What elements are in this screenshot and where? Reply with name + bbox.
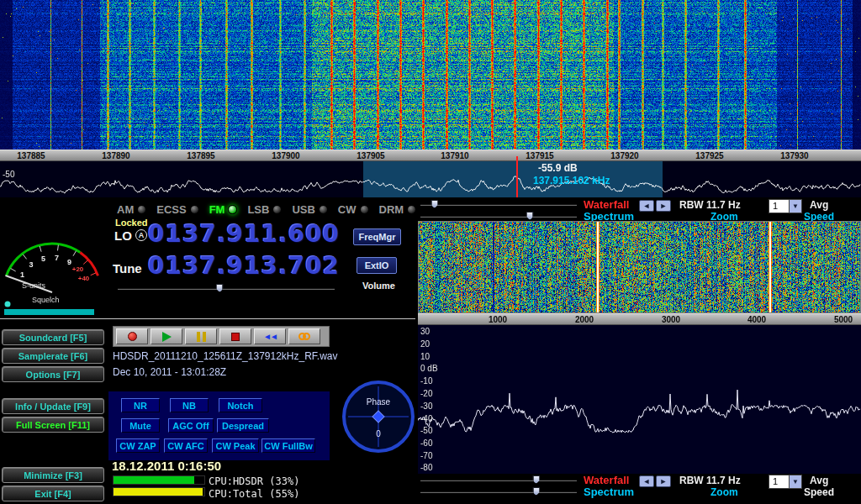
- s-meter-tick-label: 9: [67, 258, 71, 266]
- slider-thumb[interactable]: [216, 284, 224, 292]
- cw-zap-button[interactable]: CW ZAP: [116, 438, 160, 453]
- freqmgr-button[interactable]: FreqMgr: [353, 228, 401, 245]
- button-label: Info / Update [F9]: [15, 402, 91, 412]
- db-scale-label: 10: [420, 352, 430, 361]
- slider-track: [420, 215, 577, 218]
- minimize-button[interactable]: Minimize [F3]: [2, 467, 104, 483]
- divider-line: [0, 318, 415, 319]
- button-label: Options [F7]: [26, 370, 81, 380]
- waterfall-label[interactable]: Waterfall: [584, 474, 629, 486]
- avg-select[interactable]: 1▼: [769, 199, 802, 213]
- mode-fm[interactable]: FM: [209, 203, 238, 216]
- button-label: Full Screen [F11]: [16, 420, 90, 430]
- despread-button[interactable]: Despread: [217, 418, 269, 433]
- mode-lsb[interactable]: LSB: [247, 203, 282, 216]
- slider-thumb[interactable]: [532, 475, 540, 484]
- play-button[interactable]: [151, 328, 182, 344]
- avg-select[interactable]: 1▼: [769, 475, 802, 489]
- rf-waterfall-display[interactable]: [0, 0, 861, 150]
- mode-cw[interactable]: CW: [338, 203, 369, 216]
- volume-slider[interactable]: [118, 283, 335, 293]
- phase-value: 0: [376, 429, 381, 438]
- mode-label: USB: [292, 203, 314, 216]
- dropdown-arrow-icon[interactable]: ▼: [789, 200, 801, 213]
- s-meter[interactable]: 1 3 5 7 9 +20 +40 S-units Squelch: [0, 202, 109, 312]
- exit-button[interactable]: Exit [F4]: [2, 486, 104, 501]
- waterfall-label[interactable]: Waterfall: [584, 198, 629, 211]
- mode-am[interactable]: AM: [117, 203, 146, 216]
- freq-scale-label: 137925: [695, 151, 723, 160]
- notch-button[interactable]: Notch: [219, 398, 262, 412]
- options-button[interactable]: Options [F7]: [2, 366, 104, 382]
- rf-spectrum-display[interactable]: -50 -55.9 dB 137.915.102 kHz: [0, 161, 861, 197]
- recording-timestamp: Dec 10, 2011 - 13:01:28Z: [113, 366, 226, 378]
- speed-label: Speed: [804, 486, 834, 498]
- mode-ecss[interactable]: ECSS: [156, 203, 198, 216]
- db-scale-label: -30: [420, 402, 432, 411]
- play-icon: [162, 332, 172, 342]
- mode-label: CW: [338, 203, 357, 216]
- zoom-label: Zoom: [710, 486, 738, 498]
- spectrum-contrast-slider[interactable]: [420, 486, 577, 496]
- db-scale-label: 30: [420, 327, 430, 336]
- slider-thumb[interactable]: [526, 212, 534, 220]
- nr-button[interactable]: NR: [121, 398, 160, 412]
- lo-frequency-display[interactable]: 0137.911.600: [148, 223, 340, 246]
- loop-button[interactable]: [288, 328, 320, 344]
- mode-knob-icon: [407, 205, 416, 214]
- rewind-button[interactable]: ◄◄: [254, 328, 286, 344]
- info-update-button[interactable]: Info / Update [F9]: [2, 398, 104, 414]
- zoom-in-button[interactable]: ►: [656, 200, 671, 212]
- rf-frequency-scale[interactable]: 137885 137890 137895 137900 137905 13791…: [0, 150, 861, 161]
- agc-off-button[interactable]: AGC Off: [168, 418, 214, 433]
- freq-scale-label: 137930: [780, 151, 808, 160]
- phase-scope: Phase 0: [341, 380, 415, 454]
- freq-scale-label: 2000: [575, 315, 594, 324]
- dropdown-arrow-icon[interactable]: ▼: [789, 475, 801, 488]
- cw-fullbw-button[interactable]: CW FullBw: [261, 438, 315, 453]
- audio-frequency-scale[interactable]: 1000 2000 3000 4000 5000: [418, 313, 861, 325]
- waterfall-contrast-slider[interactable]: [420, 475, 577, 485]
- db-scale-label: -50: [420, 426, 432, 435]
- waterfall-contrast-slider[interactable]: [420, 199, 577, 209]
- tune-frequency-display[interactable]: 0137.913.702: [148, 255, 340, 278]
- button-label: AGC Off: [172, 421, 209, 431]
- audio-spectrum-display[interactable]: 30 20 10 0 dB -10 -20 -30 -40 -50 -60 -7…: [418, 325, 861, 474]
- mode-label: DRM: [379, 203, 404, 216]
- cpu-hdsdr-fill: [114, 476, 194, 484]
- slider-track: [420, 203, 577, 206]
- extio-button[interactable]: ExtIO: [357, 257, 397, 274]
- cw-peak-button[interactable]: CW Peak: [212, 438, 259, 453]
- cpu-total-bar: [113, 487, 205, 496]
- zoom-out-button[interactable]: ◄: [639, 475, 654, 487]
- pause-button[interactable]: [185, 328, 217, 344]
- spectrum-contrast-slider[interactable]: [420, 211, 577, 221]
- squelch-led: [5, 302, 11, 307]
- mode-drm[interactable]: DRM: [379, 203, 417, 216]
- zoom-in-button[interactable]: ►: [656, 475, 671, 487]
- mute-button[interactable]: Mute: [121, 418, 160, 433]
- button-label: CW AFC: [167, 441, 204, 451]
- freq-scale-label: 137890: [102, 151, 129, 160]
- samplerate-button[interactable]: Samplerate [F6]: [2, 348, 104, 364]
- slider-thumb[interactable]: [532, 487, 540, 496]
- button-label: CW FullBw: [264, 441, 312, 451]
- record-button[interactable]: [116, 328, 148, 344]
- cpu-total-fill: [114, 488, 203, 496]
- cw-afc-button[interactable]: CW AFC: [164, 438, 208, 453]
- fullscreen-button[interactable]: Full Screen [F11]: [2, 417, 104, 433]
- audio-waterfall-display[interactable]: [419, 222, 860, 312]
- db-scale-label: -70: [420, 451, 432, 460]
- cpu-hdsdr-bar: [113, 475, 205, 485]
- nb-button[interactable]: NB: [170, 398, 209, 412]
- mode-usb[interactable]: USB: [292, 203, 327, 216]
- lo-a-badge-icon[interactable]: A: [135, 229, 147, 241]
- zoom-out-button[interactable]: ◄: [639, 200, 654, 212]
- phase-label: Phase: [367, 397, 391, 407]
- soundcard-button[interactable]: Soundcard [F5]: [2, 329, 104, 345]
- slider-thumb[interactable]: [430, 200, 438, 208]
- stop-button[interactable]: [219, 328, 251, 344]
- avg-label: Avg: [810, 475, 828, 486]
- rbw-label: RBW 11.7 Hz: [679, 475, 741, 486]
- spectrum-label[interactable]: Spectrum: [584, 486, 634, 498]
